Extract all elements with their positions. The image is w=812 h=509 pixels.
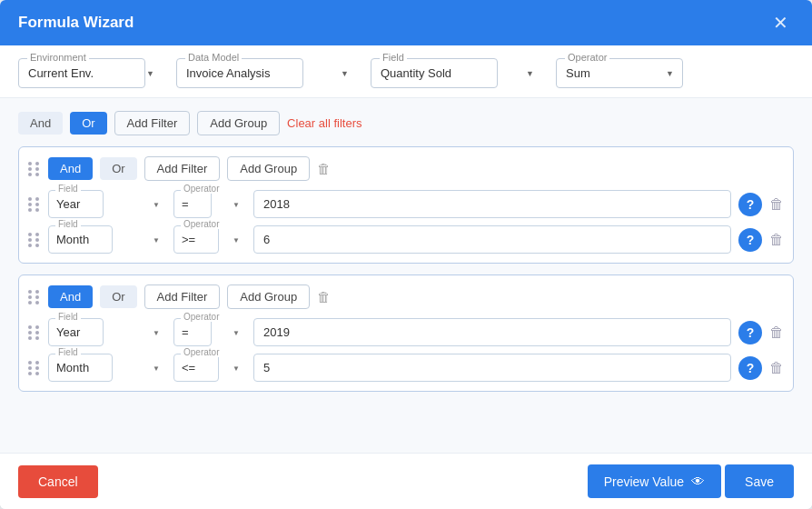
group1-row-2: Field Month Operator >= (28, 225, 784, 254)
filter-group-2: And Or Add Filter Add Group 🗑 Field Year (18, 274, 794, 392)
filter-group-1: And Or Add Filter Add Group 🗑 Field Year (18, 146, 794, 264)
group2-delete-button[interactable]: 🗑 (317, 289, 331, 304)
modal-body: And Or Add Filter Add Group Clear all fi… (0, 98, 812, 453)
top-dropdowns: Environment Current Env. Data Model Invo… (0, 45, 812, 98)
row2-value-input[interactable] (253, 225, 731, 254)
environment-label: Environment (27, 52, 89, 63)
datamodel-group: Data Model Invoice Analysis (176, 58, 358, 88)
row2-value-group (253, 225, 731, 254)
row4-help-button[interactable]: ? (738, 356, 762, 380)
group1-add-filter-button[interactable]: Add Filter (144, 156, 221, 181)
top-add-filter-button[interactable]: Add Filter (114, 111, 191, 135)
row2-field-select[interactable]: Month (48, 225, 113, 254)
group1-drag-handle[interactable] (28, 162, 41, 176)
group2-or-button[interactable]: Or (100, 285, 136, 308)
group2-add-group-button[interactable]: Add Group (227, 284, 310, 309)
row2-operator-select[interactable]: >= (173, 225, 219, 254)
group1-row-1: Field Year Operator = (28, 190, 784, 218)
preview-label: Preview Value (604, 474, 684, 489)
modal-header: Formula Wizard ✕ (0, 0, 812, 45)
row4-field-select[interactable]: Month (48, 354, 113, 382)
row3-help-button[interactable]: ? (738, 321, 762, 344)
datamodel-label: Data Model (185, 52, 242, 63)
row1-delete-button[interactable]: 🗑 (769, 196, 784, 213)
group2-add-filter-button[interactable]: Add Filter (144, 284, 221, 309)
field-group: Field Quantity Sold (371, 58, 543, 88)
row1-operator-select[interactable]: = (173, 190, 212, 218)
top-clear-button[interactable]: Clear all filters (287, 116, 361, 130)
row3-field-group: Field Year (48, 318, 166, 346)
top-filter-bar: And Or Add Filter Add Group Clear all fi… (18, 111, 794, 135)
group1-delete-button[interactable]: 🗑 (317, 161, 331, 176)
row1-operator-label: Operator (181, 184, 222, 194)
row2-operator-group: Operator >= (173, 225, 246, 254)
row4-field-group: Field Month (48, 354, 166, 382)
modal-title: Formula Wizard (18, 14, 134, 32)
group1-add-group-button[interactable]: Add Group (227, 156, 310, 181)
group2-row-2: Field Month Operator <= (28, 354, 784, 382)
top-or-button[interactable]: Or (70, 112, 106, 135)
row3-operator-select[interactable]: = (173, 318, 212, 346)
close-button[interactable]: ✕ (767, 9, 794, 36)
row1-field-label: Field (55, 184, 81, 194)
group1-bar: And Or Add Filter Add Group 🗑 (28, 156, 784, 181)
operator-label: Operator (565, 52, 609, 63)
group1-and-button[interactable]: And (48, 157, 93, 180)
group2-and-button[interactable]: And (48, 285, 93, 308)
row2-delete-button[interactable]: 🗑 (769, 232, 784, 248)
top-add-group-button[interactable]: Add Group (197, 111, 280, 135)
group1-or-button[interactable]: Or (100, 157, 136, 180)
row2-drag-handle[interactable] (28, 233, 41, 247)
field-label: Field (380, 52, 407, 63)
row4-value-input[interactable] (253, 354, 731, 382)
row1-operator-group: Operator = (173, 190, 246, 218)
row2-help-button[interactable]: ? (738, 228, 762, 252)
modal-footer: Cancel Preview Value 👁 Save (0, 453, 812, 509)
save-button[interactable]: Save (725, 464, 794, 498)
row3-operator-group: Operator = (173, 318, 246, 346)
row3-value-input[interactable] (253, 318, 731, 346)
group2-row-1: Field Year Operator = (28, 318, 784, 346)
operator-group: Operator Sum (556, 58, 683, 88)
row1-field-select[interactable]: Year (48, 190, 104, 218)
row1-value-group (253, 190, 731, 218)
footer-right: Preview Value 👁 Save (588, 464, 794, 498)
row1-help-button[interactable]: ? (738, 193, 762, 216)
row2-operator-label: Operator (181, 219, 222, 229)
row1-field-group: Field Year (48, 190, 166, 218)
row2-field-group: Field Month (48, 225, 166, 254)
eye-icon: 👁 (691, 474, 705, 489)
top-and-button[interactable]: And (18, 112, 63, 135)
environment-group: Environment Current Env. (18, 58, 163, 88)
row3-value-group (253, 318, 731, 346)
row4-operator-group: Operator <= (173, 354, 246, 382)
preview-value-button[interactable]: Preview Value 👁 (588, 464, 721, 498)
row4-value-group (253, 354, 731, 382)
row3-delete-button[interactable]: 🗑 (769, 324, 784, 341)
row3-field-select[interactable]: Year (48, 318, 104, 346)
row2-field-label: Field (55, 219, 81, 229)
row4-field-label: Field (55, 347, 81, 357)
group2-drag-handle[interactable] (28, 290, 41, 304)
row1-drag-handle[interactable] (28, 197, 41, 212)
row1-value-input[interactable] (253, 190, 731, 218)
row4-operator-label: Operator (181, 347, 222, 357)
formula-wizard-modal: Formula Wizard ✕ Environment Current Env… (0, 0, 812, 509)
row3-field-label: Field (55, 312, 81, 322)
row4-drag-handle[interactable] (28, 361, 41, 375)
row4-operator-select[interactable]: <= (173, 354, 219, 382)
row3-drag-handle[interactable] (28, 325, 41, 340)
row3-operator-label: Operator (181, 312, 222, 322)
group2-bar: And Or Add Filter Add Group 🗑 (28, 284, 784, 309)
cancel-button[interactable]: Cancel (18, 465, 98, 498)
row4-delete-button[interactable]: 🗑 (769, 360, 784, 376)
